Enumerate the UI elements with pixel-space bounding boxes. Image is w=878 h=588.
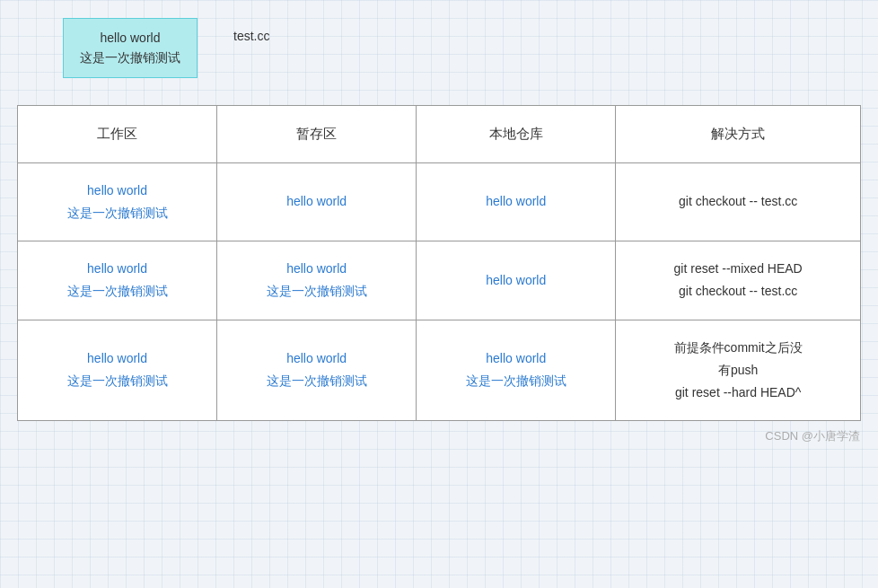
top-box: hello world 这是一次撤销测试 xyxy=(63,18,198,78)
watermark: CSDN @小唐学渣 xyxy=(9,428,869,444)
header-col2: 暂存区 xyxy=(217,105,417,162)
row1-col3: hello world xyxy=(417,162,616,241)
row2-col4: git reset --mixed HEADgit checkout -- te… xyxy=(616,241,861,320)
row1-col1: hello world这是一次撤销测试 xyxy=(18,162,217,241)
row2-col1: hello world这是一次撤销测试 xyxy=(18,241,217,320)
table-row: hello world这是一次撤销测试 hello world hello wo… xyxy=(18,162,861,241)
row1-col4: git checkout -- test.cc xyxy=(616,162,861,241)
row1-col2: hello world xyxy=(217,162,417,241)
header-col1: 工作区 xyxy=(18,105,217,162)
top-box-line2: 这是一次撤销测试 xyxy=(80,50,180,65)
row2-col2: hello world这是一次撤销测试 xyxy=(217,241,417,320)
row3-col3: hello world这是一次撤销测试 xyxy=(417,320,616,421)
row3-col1: hello world这是一次撤销测试 xyxy=(18,320,217,421)
table-row: hello world这是一次撤销测试 hello world这是一次撤销测试 … xyxy=(18,241,861,320)
top-section: hello world 这是一次撤销测试 test.cc xyxy=(9,9,869,87)
table-header-row: 工作区 暂存区 本地仓库 解决方式 xyxy=(18,105,861,162)
row3-col2: hello world这是一次撤销测试 xyxy=(217,320,417,421)
header-col3: 本地仓库 xyxy=(417,105,616,162)
top-label: test.cc xyxy=(233,18,269,43)
main-table: 工作区 暂存区 本地仓库 解决方式 hello world这是一次撤销测试 he… xyxy=(17,105,861,421)
row2-col3: hello world xyxy=(417,241,616,320)
header-col4: 解决方式 xyxy=(616,105,861,162)
row3-col4: 前提条件commit之后没有pushgit reset --hard HEAD^ xyxy=(616,320,861,421)
table-row: hello world这是一次撤销测试 hello world这是一次撤销测试 … xyxy=(18,320,861,421)
top-box-line1: hello world xyxy=(101,31,161,45)
